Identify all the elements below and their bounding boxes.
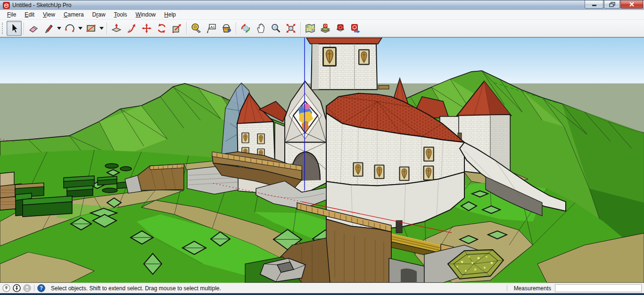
follow-me-icon — [126, 23, 137, 34]
push-pull-icon — [111, 23, 122, 34]
zoom-tool-button[interactable] — [268, 21, 283, 36]
rotate-icon — [156, 23, 167, 34]
arc-tool-button[interactable] — [62, 21, 77, 36]
chevron-down-icon — [99, 27, 104, 30]
share-model-icon — [350, 23, 361, 34]
arc-tool-dropdown[interactable] — [77, 21, 83, 35]
menu-item-window[interactable]: Window — [132, 10, 160, 19]
pan-icon — [255, 23, 266, 34]
menu-item-file[interactable]: File — [3, 10, 20, 19]
title-bar[interactable]: Untitled - SketchUp Pro — [0, 0, 644, 10]
sketchup-logo-icon — [3, 2, 10, 9]
measurements-label: Measurements — [514, 285, 551, 292]
pan-tool-button[interactable] — [253, 21, 268, 36]
scale-icon — [171, 23, 182, 34]
sign-in-avatar-icon[interactable] — [23, 284, 31, 292]
text-icon: A1 — [206, 23, 217, 34]
follow-me-tool-button[interactable] — [124, 21, 139, 36]
chevron-down-icon — [78, 27, 83, 30]
minimize-icon — [592, 2, 597, 7]
orbit-tool-button[interactable] — [238, 21, 253, 36]
eraser-tool-button[interactable] — [26, 21, 41, 36]
svg-text:?: ? — [40, 285, 42, 291]
restore-button[interactable] — [604, 0, 620, 8]
status-hint: Select objects. Shift to extend select. … — [51, 285, 221, 292]
menu-item-camera[interactable]: Camera — [59, 10, 88, 19]
menu-bar: FileEditViewCameraDrawToolsWindowHelp — [0, 10, 644, 20]
tape-measure-icon — [190, 23, 202, 34]
eraser-icon — [28, 23, 39, 34]
zoom-icon — [270, 23, 281, 34]
sketchup-window: Untitled - SketchUp Pro FileEditViewCame… — [0, 0, 644, 295]
rectangle-tool-dropdown[interactable] — [99, 21, 105, 35]
share-model-button[interactable] — [348, 21, 363, 36]
toggle-terrain-icon — [320, 23, 331, 34]
measurements-separator — [507, 285, 507, 291]
chevron-down-icon — [57, 27, 61, 30]
toggle-terrain-button[interactable] — [318, 21, 333, 36]
status-separator — [34, 285, 34, 291]
menu-item-draw[interactable]: Draw — [88, 10, 110, 19]
orbit-icon — [240, 23, 251, 34]
restore-icon — [609, 2, 615, 7]
menu-item-help[interactable]: Help — [160, 10, 180, 19]
attribution-icon[interactable] — [13, 284, 21, 292]
minimize-button[interactable] — [585, 0, 603, 8]
measurements-input[interactable] — [555, 284, 642, 292]
zoom-extents-button[interactable] — [283, 21, 298, 36]
select-icon — [8, 23, 20, 34]
rotate-tool-button[interactable] — [154, 21, 169, 36]
window-title: Untitled - SketchUp Pro — [12, 2, 71, 8]
tape-measure-tool-button[interactable] — [189, 21, 204, 36]
add-location-button[interactable] — [303, 21, 318, 36]
menu-item-edit[interactable]: Edit — [20, 10, 39, 19]
svg-text:A1: A1 — [210, 25, 215, 29]
close-icon — [629, 2, 635, 7]
add-location-icon — [305, 23, 316, 34]
line-icon — [43, 23, 54, 34]
photo-textures-button[interactable] — [333, 21, 348, 36]
menu-item-tools[interactable]: Tools — [110, 10, 132, 19]
rectangle-icon — [85, 23, 97, 34]
move-icon — [141, 23, 152, 34]
paint-bucket-tool-button[interactable] — [219, 21, 234, 36]
push-pull-tool-button[interactable] — [109, 21, 124, 36]
geolocation-icon[interactable] — [2, 284, 10, 292]
text-tool-button[interactable]: A1 — [204, 21, 219, 36]
menu-item-view[interactable]: View — [39, 10, 59, 19]
rectangle-tool-button[interactable] — [83, 21, 99, 36]
toolbar-grip[interactable] — [2, 23, 5, 34]
paint-bucket-icon — [221, 23, 232, 34]
move-tool-button[interactable] — [139, 21, 154, 36]
zoom-extents-icon — [285, 23, 297, 34]
help-icon[interactable]: ? — [37, 284, 45, 292]
window-bottom-border — [0, 293, 644, 295]
status-bar: ? Select objects. Shift to extend select… — [0, 283, 644, 293]
select-tool-button[interactable] — [7, 21, 22, 36]
line-tool-button[interactable] — [41, 21, 56, 36]
arc-icon — [64, 23, 75, 34]
line-tool-dropdown[interactable] — [56, 21, 62, 35]
close-button[interactable] — [620, 0, 643, 8]
toolbar: A1 — [0, 20, 644, 37]
photo-textures-icon — [335, 23, 346, 34]
scale-tool-button[interactable] — [169, 21, 184, 36]
modeling-viewport[interactable] — [0, 37, 644, 283]
